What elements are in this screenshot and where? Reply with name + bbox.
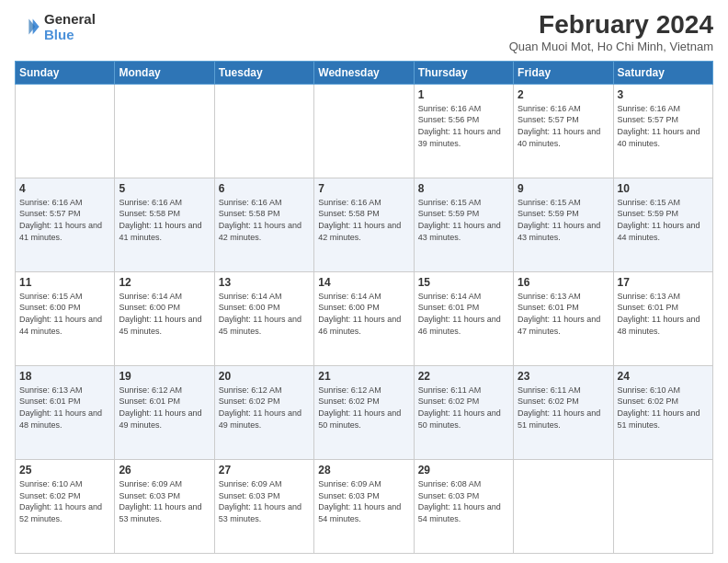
day-info: Sunrise: 6:08 AM Sunset: 6:03 PM Dayligh… [418,478,509,524]
day-number: 24 [618,370,709,383]
day-info: Sunrise: 6:16 AM Sunset: 5:58 PM Dayligh… [219,197,310,243]
week-row-0: 1Sunrise: 6:16 AM Sunset: 5:56 PM Daylig… [16,84,713,178]
calendar-cell: 27Sunrise: 6:09 AM Sunset: 6:03 PM Dayli… [214,459,313,553]
calendar-header: SundayMondayTuesdayWednesdayThursdayFrid… [16,61,713,84]
day-number: 14 [318,276,409,289]
page-title: February 2024 [509,11,713,40]
day-info: Sunrise: 6:12 AM Sunset: 6:02 PM Dayligh… [318,385,409,431]
day-number: 6 [219,182,310,195]
day-info: Sunrise: 6:14 AM Sunset: 6:00 PM Dayligh… [219,291,310,337]
calendar-cell: 16Sunrise: 6:13 AM Sunset: 6:01 PM Dayli… [514,271,613,365]
calendar-table: SundayMondayTuesdayWednesdayThursdayFrid… [15,61,713,554]
week-row-1: 4Sunrise: 6:16 AM Sunset: 5:57 PM Daylig… [16,178,713,271]
day-number: 22 [418,370,509,383]
calendar-body: 1Sunrise: 6:16 AM Sunset: 5:56 PM Daylig… [16,84,713,553]
day-number: 16 [518,276,609,289]
day-info: Sunrise: 6:11 AM Sunset: 6:02 PM Dayligh… [518,385,609,431]
day-header-saturday: Saturday [613,61,712,84]
calendar-cell: 10Sunrise: 6:15 AM Sunset: 5:59 PM Dayli… [613,178,712,271]
day-number: 23 [518,370,609,383]
calendar-cell: 4Sunrise: 6:16 AM Sunset: 5:57 PM Daylig… [16,178,115,271]
calendar-cell: 7Sunrise: 6:16 AM Sunset: 5:58 PM Daylig… [314,178,414,271]
calendar-cell: 26Sunrise: 6:09 AM Sunset: 6:03 PM Dayli… [115,459,214,553]
day-info: Sunrise: 6:14 AM Sunset: 6:00 PM Dayligh… [318,291,409,337]
logo-text: General Blue [44,11,96,42]
day-info: Sunrise: 6:11 AM Sunset: 6:02 PM Dayligh… [418,385,509,431]
calendar-cell: 29Sunrise: 6:08 AM Sunset: 6:03 PM Dayli… [414,459,513,553]
page-subtitle: Quan Muoi Mot, Ho Chi Minh, Vietnam [509,40,713,53]
day-info: Sunrise: 6:13 AM Sunset: 6:01 PM Dayligh… [618,291,709,337]
day-info: Sunrise: 6:16 AM Sunset: 5:57 PM Dayligh… [518,103,609,149]
day-number: 9 [518,182,609,195]
day-number: 12 [119,276,210,289]
day-number: 27 [219,464,310,477]
day-info: Sunrise: 6:16 AM Sunset: 5:57 PM Dayligh… [618,103,709,149]
calendar-cell: 18Sunrise: 6:13 AM Sunset: 6:01 PM Dayli… [16,365,115,459]
day-number: 11 [19,276,110,289]
week-row-4: 25Sunrise: 6:10 AM Sunset: 6:02 PM Dayli… [16,459,713,553]
calendar-cell: 11Sunrise: 6:15 AM Sunset: 6:00 PM Dayli… [16,271,115,365]
day-info: Sunrise: 6:12 AM Sunset: 6:02 PM Dayligh… [219,385,310,431]
day-info: Sunrise: 6:13 AM Sunset: 6:01 PM Dayligh… [19,385,110,431]
calendar-cell [613,459,712,553]
header-row: SundayMondayTuesdayWednesdayThursdayFrid… [16,61,713,84]
day-number: 17 [618,276,709,289]
calendar-cell: 28Sunrise: 6:09 AM Sunset: 6:03 PM Dayli… [314,459,414,553]
day-number: 13 [219,276,310,289]
day-info: Sunrise: 6:09 AM Sunset: 6:03 PM Dayligh… [119,478,210,524]
logo-icon [15,14,40,40]
day-number: 21 [318,370,409,383]
logo: General Blue [15,11,96,42]
calendar-cell: 3Sunrise: 6:16 AM Sunset: 5:57 PM Daylig… [613,84,712,178]
calendar-cell: 8Sunrise: 6:15 AM Sunset: 5:59 PM Daylig… [414,178,513,271]
day-header-sunday: Sunday [16,61,115,84]
title-block: February 2024 Quan Muoi Mot, Ho Chi Minh… [509,11,713,53]
day-info: Sunrise: 6:16 AM Sunset: 5:58 PM Dayligh… [318,197,409,243]
day-info: Sunrise: 6:15 AM Sunset: 6:00 PM Dayligh… [19,291,110,337]
calendar-cell: 5Sunrise: 6:16 AM Sunset: 5:58 PM Daylig… [115,178,214,271]
day-info: Sunrise: 6:13 AM Sunset: 6:01 PM Dayligh… [518,291,609,337]
day-number: 7 [318,182,409,195]
calendar-cell: 25Sunrise: 6:10 AM Sunset: 6:02 PM Dayli… [16,459,115,553]
calendar-cell: 15Sunrise: 6:14 AM Sunset: 6:01 PM Dayli… [414,271,513,365]
day-info: Sunrise: 6:09 AM Sunset: 6:03 PM Dayligh… [318,478,409,524]
day-number: 18 [19,370,110,383]
calendar-cell: 23Sunrise: 6:11 AM Sunset: 6:02 PM Dayli… [514,365,613,459]
day-info: Sunrise: 6:16 AM Sunset: 5:56 PM Dayligh… [418,103,509,149]
calendar-cell: 24Sunrise: 6:10 AM Sunset: 6:02 PM Dayli… [613,365,712,459]
day-info: Sunrise: 6:12 AM Sunset: 6:01 PM Dayligh… [119,385,210,431]
header: General Blue February 2024 Quan Muoi Mot… [15,11,713,53]
day-header-wednesday: Wednesday [314,61,414,84]
day-number: 28 [318,464,409,477]
day-info: Sunrise: 6:14 AM Sunset: 6:01 PM Dayligh… [418,291,509,337]
calendar-cell: 19Sunrise: 6:12 AM Sunset: 6:01 PM Dayli… [115,365,214,459]
day-number: 29 [418,464,509,477]
calendar-cell [514,459,613,553]
day-info: Sunrise: 6:10 AM Sunset: 6:02 PM Dayligh… [19,478,110,524]
day-info: Sunrise: 6:15 AM Sunset: 5:59 PM Dayligh… [418,197,509,243]
day-number: 19 [119,370,210,383]
day-info: Sunrise: 6:15 AM Sunset: 5:59 PM Dayligh… [618,197,709,243]
calendar-cell [214,84,313,178]
day-header-thursday: Thursday [414,61,513,84]
day-number: 5 [119,182,210,195]
calendar-cell: 21Sunrise: 6:12 AM Sunset: 6:02 PM Dayli… [314,365,414,459]
calendar-cell: 22Sunrise: 6:11 AM Sunset: 6:02 PM Dayli… [414,365,513,459]
day-info: Sunrise: 6:16 AM Sunset: 5:57 PM Dayligh… [19,197,110,243]
day-number: 20 [219,370,310,383]
day-info: Sunrise: 6:09 AM Sunset: 6:03 PM Dayligh… [219,478,310,524]
day-number: 25 [19,464,110,477]
calendar-cell [16,84,115,178]
calendar-cell: 12Sunrise: 6:14 AM Sunset: 6:00 PM Dayli… [115,271,214,365]
calendar-cell: 6Sunrise: 6:16 AM Sunset: 5:58 PM Daylig… [214,178,313,271]
day-info: Sunrise: 6:10 AM Sunset: 6:02 PM Dayligh… [618,385,709,431]
day-number: 10 [618,182,709,195]
day-header-monday: Monday [115,61,214,84]
day-number: 2 [518,88,609,101]
day-number: 1 [418,88,509,101]
calendar-cell: 14Sunrise: 6:14 AM Sunset: 6:00 PM Dayli… [314,271,414,365]
page: General Blue February 2024 Quan Muoi Mot… [0,0,728,563]
calendar-cell: 2Sunrise: 6:16 AM Sunset: 5:57 PM Daylig… [514,84,613,178]
calendar-cell [115,84,214,178]
day-number: 4 [19,182,110,195]
